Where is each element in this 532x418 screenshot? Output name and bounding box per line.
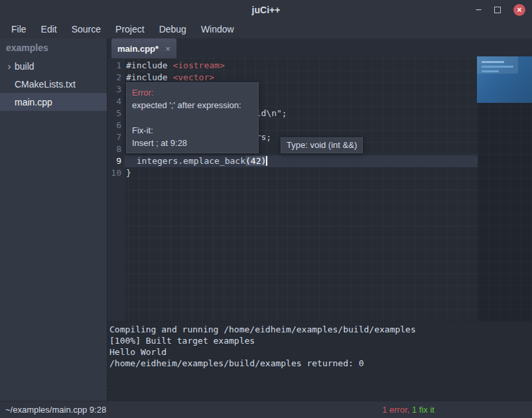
project-header: examples <box>0 38 107 57</box>
code-line-9[interactable]: 9 integers.emplace_back(42) <box>107 155 532 167</box>
status-fixit: 1 fix it <box>412 405 434 415</box>
menu-file[interactable]: File <box>4 22 34 36</box>
line-number: 4 <box>107 96 125 107</box>
file-tree: ›buildCMakeLists.txtmain.cpp <box>0 57 107 111</box>
code-segment: ) <box>261 156 268 166</box>
tree-item-cmakelists.txt[interactable]: CMakeLists.txt <box>0 75 107 93</box>
chevron-right-icon[interactable]: › <box>4 61 15 71</box>
title-bar[interactable]: juCi++ − × <box>0 0 532 20</box>
window-controls: − × <box>476 0 525 20</box>
tab-bar: main.cpp*× <box>107 38 532 58</box>
close-button[interactable]: × <box>513 4 525 16</box>
line-number: 9 <box>107 155 125 167</box>
sidebar-editor-separator <box>107 38 107 401</box>
preview-popup <box>477 56 532 103</box>
tree-item-build[interactable]: ›build <box>0 57 107 75</box>
tree-item-main.cpp[interactable]: main.cpp <box>0 93 107 111</box>
menu-window[interactable]: Window <box>194 22 241 36</box>
preview-line <box>482 70 499 72</box>
menu-project[interactable]: Project <box>108 22 152 36</box>
error-tooltip: Error:expected ';' after expression: Fix… <box>126 82 259 153</box>
minimize-button[interactable]: − <box>476 5 482 15</box>
status-error: 1 error, <box>382 405 409 415</box>
tooltip-line: expected ';' after expression: <box>132 99 253 111</box>
terminal-line: [100%] Built target examples <box>109 335 532 346</box>
tab-close-icon[interactable]: × <box>165 44 170 53</box>
tab-label: main.cpp* <box>117 44 159 54</box>
code-segment: #include <box>126 72 172 82</box>
terminal-line: Compiling and running /home/eidheim/exam… <box>109 324 532 335</box>
code-segment: } <box>126 168 131 178</box>
preview-line <box>482 61 504 63</box>
preview-line <box>482 66 513 68</box>
menu-source[interactable]: Source <box>64 22 108 36</box>
code-segment: <iostream> <box>172 60 224 70</box>
line-number: 7 <box>107 131 125 143</box>
code-line-10[interactable]: 10} <box>107 167 532 179</box>
line-number: 2 <box>107 72 125 84</box>
app-window: juCi++ − × FileEditSourceProjectDebugWin… <box>0 0 532 418</box>
code-segment: <vector> <box>172 72 214 82</box>
tree-item-label: CMakeLists.txt <box>15 79 76 90</box>
status-right: 1 error, 1 fix it <box>382 405 434 415</box>
status-file-position: ~/examples/main.cpp 9:28 <box>5 405 106 415</box>
type-tooltip-text: Type: void (int &&) <box>287 140 357 150</box>
status-bar: ~/examples/main.cpp 9:28 1 error, 1 fix … <box>0 401 532 418</box>
close-icon: × <box>517 6 521 14</box>
type-tooltip: Type: void (int &&) <box>281 137 363 153</box>
window-title: juCi++ <box>252 5 281 15</box>
maximize-icon <box>494 7 501 13</box>
menu-edit[interactable]: Edit <box>34 22 64 36</box>
tooltip-line: Fix-it: <box>132 124 253 137</box>
line-number: 5 <box>107 107 125 119</box>
code-text: } <box>125 167 131 179</box>
tooltip-line <box>132 111 253 124</box>
code-segment: ( <box>245 156 251 166</box>
line-number: 3 <box>107 84 125 96</box>
menu-debug[interactable]: Debug <box>152 22 194 36</box>
code-segment: #include <box>126 60 172 70</box>
code-segment: 42 <box>251 156 261 166</box>
terminal-line: /home/eidheim/examples/build/examples re… <box>109 358 532 369</box>
tree-item-label: build <box>15 61 34 72</box>
maximize-button[interactable] <box>493 5 502 15</box>
code-segment: ; <box>282 108 287 118</box>
terminal-line: Hello World <box>109 346 532 358</box>
code-text: #include <iostream> <box>125 60 225 72</box>
menu-bar: FileEditSourceProjectDebugWindow <box>0 20 532 38</box>
code-segment: integers.emplace_back <box>126 156 245 166</box>
line-number: 6 <box>107 119 125 131</box>
tooltip-line: Insert ; at 9:28 <box>132 137 253 149</box>
code-line-1[interactable]: 1#include <iostream> <box>107 60 532 72</box>
tree-item-label: main.cpp <box>15 97 52 107</box>
terminal-output[interactable]: Compiling and running /home/eidheim/exam… <box>107 322 532 401</box>
editor[interactable]: 1#include <iostream>2#include <vector>34… <box>107 58 532 321</box>
tooltip-line: Error: <box>132 86 253 99</box>
line-number: 8 <box>107 143 125 155</box>
line-number: 1 <box>107 60 125 72</box>
sidebar: examples ›buildCMakeLists.txtmain.cpp <box>0 38 107 401</box>
editor-terminal-separator <box>107 321 532 322</box>
code-text: integers.emplace_back(42) <box>125 155 267 167</box>
line-number: 10 <box>107 167 125 179</box>
tab-main-cpp[interactable]: main.cpp*× <box>111 38 176 58</box>
